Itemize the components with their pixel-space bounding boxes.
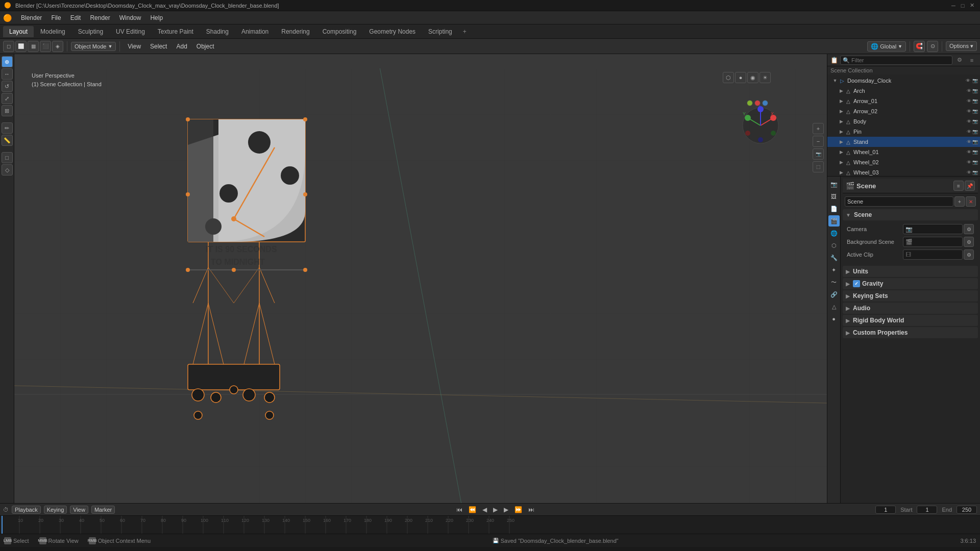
tree-item-stand[interactable]: ▶ △ Stand 👁 📷 <box>827 137 980 147</box>
menu-render[interactable]: Render <box>86 13 114 22</box>
wire-shading-btn[interactable]: ⬡ <box>723 72 734 83</box>
render-icon[interactable]: 📷 <box>972 160 978 165</box>
view-menu[interactable]: View <box>70 506 88 514</box>
clip-options-btn[interactable]: ⚙ <box>964 249 974 260</box>
mode-icon-5[interactable]: ◈ <box>52 41 63 52</box>
prop-data-icon-btn[interactable]: △ <box>828 301 840 312</box>
close-btn[interactable]: ✕ <box>968 2 976 10</box>
render-icon[interactable]: 📷 <box>972 139 978 144</box>
background-scene-value[interactable]: 🎬 <box>903 237 963 247</box>
prop-scene-icon-btn[interactable]: 🎬 <box>828 215 840 227</box>
prop-output-icon-btn[interactable]: 🖼 <box>828 191 840 202</box>
toggle-quad-btn[interactable]: ⬚ <box>813 161 824 172</box>
menu-edit[interactable]: Edit <box>66 13 85 22</box>
menu-add[interactable]: Add <box>172 42 191 51</box>
jump-start-btn[interactable]: ⏮ <box>455 506 464 513</box>
prev-keyframe-btn[interactable]: ⏪ <box>467 506 478 513</box>
prop-particles-icon-btn[interactable]: ✦ <box>828 264 840 276</box>
active-clip-value[interactable]: 🎞 <box>903 249 963 260</box>
expand-arrow-icon[interactable]: ▶ <box>838 148 845 156</box>
camera-value[interactable]: 📷 <box>903 224 963 234</box>
scale-tool[interactable]: ⤢ <box>2 93 13 104</box>
keying-menu[interactable]: Keying <box>44 506 67 514</box>
options-btn[interactable]: Options ▾ <box>946 41 977 51</box>
tab-modeling[interactable]: Modeling <box>34 26 71 37</box>
mode-icon-4[interactable]: ⬛ <box>40 41 51 52</box>
tree-item-arrow02[interactable]: ▶ △ Arrow_02 👁 📷 <box>827 106 980 116</box>
prop-modifier-icon-btn[interactable]: 🔧 <box>828 252 840 263</box>
end-frame-input[interactable] <box>957 506 977 514</box>
jump-end-btn[interactable]: ⏭ <box>527 506 536 513</box>
tab-compositing[interactable]: Compositing <box>316 26 363 37</box>
render-eye-icon[interactable]: 📷 <box>972 78 978 83</box>
expand-arrow-icon[interactable]: ▶ <box>838 97 845 105</box>
tree-item-arrow01[interactable]: ▶ △ Arrow_01 👁 📷 <box>827 96 980 106</box>
rigid-body-world-section-header[interactable]: ▶ Rigid Body World <box>843 315 978 326</box>
camera-options-btn[interactable]: ⚙ <box>964 224 974 234</box>
expand-arrow-icon[interactable]: ▶ <box>838 118 845 125</box>
restrict-icon[interactable]: 👁 <box>967 129 971 134</box>
restrict-icon[interactable]: 👁 <box>967 109 971 114</box>
expand-arrow-icon[interactable]: ▶ <box>838 169 845 176</box>
custom-properties-section-header[interactable]: ▶ Custom Properties <box>843 327 978 338</box>
bg-scene-options-btn[interactable]: ⚙ <box>964 237 974 247</box>
object-mode-dropdown[interactable]: Object Mode ▼ <box>71 42 116 51</box>
tree-item-wheel02[interactable]: ▶ △ Wheel_02 👁 📷 <box>827 157 980 167</box>
menu-window[interactable]: Window <box>115 13 145 22</box>
render-icon[interactable]: 📷 <box>972 149 978 155</box>
minimize-btn[interactable]: ─ <box>949 2 958 10</box>
expand-arrow-icon[interactable]: ▶ <box>838 87 845 94</box>
restrict-icon[interactable]: 👁 <box>966 78 970 83</box>
prop-render-icon-btn[interactable]: 📷 <box>828 179 840 190</box>
rotate-tool[interactable]: ↺ <box>2 81 13 92</box>
prop-world-icon-btn[interactable]: 🌐 <box>828 228 840 239</box>
prop-material-icon-btn[interactable]: ● <box>828 313 840 324</box>
tab-animation[interactable]: Animation <box>235 26 275 37</box>
menu-file[interactable]: File <box>47 13 65 22</box>
restore-btn[interactable]: □ <box>959 2 967 10</box>
render-icon[interactable]: 📷 <box>972 88 978 93</box>
audio-section-header[interactable]: ▶ Audio <box>843 303 978 314</box>
zoom-out-btn[interactable]: − <box>813 136 824 147</box>
mode-icon-1[interactable]: ◻ <box>3 41 14 52</box>
transform-tool[interactable]: ⊞ <box>2 105 13 116</box>
tab-rendering[interactable]: Rendering <box>275 26 315 37</box>
units-section-header[interactable]: ▶ Units <box>843 266 978 277</box>
restrict-icon[interactable]: 👁 <box>967 88 971 93</box>
tree-item-body[interactable]: ▶ △ Body 👁 📷 <box>827 116 980 127</box>
restrict-icon[interactable]: 👁 <box>967 170 971 175</box>
restrict-icon[interactable]: 👁 <box>967 98 971 104</box>
outliner-filter-icon[interactable]: ≡ <box>967 55 977 65</box>
pin-scene-btn[interactable]: 📌 <box>965 181 975 191</box>
scene-name-field[interactable] <box>845 196 953 207</box>
timeline-ruler[interactable]: 10 20 30 40 50 60 70 80 90 100 110 120 1… <box>0 516 980 534</box>
add-cube-tool[interactable]: □ <box>2 152 13 163</box>
marker-menu[interactable]: Marker <box>91 506 115 514</box>
tree-item-arch[interactable]: ▶ △ Arch 👁 📷 <box>827 86 980 96</box>
expand-arrow-icon[interactable]: ▶ <box>838 159 845 166</box>
tab-texture-paint[interactable]: Texture Paint <box>152 26 200 37</box>
new-scene-btn[interactable]: + <box>954 196 965 207</box>
gravity-section-header[interactable]: ▶ ✓ Gravity <box>843 278 978 289</box>
prop-view-layer-icon-btn[interactable]: 📄 <box>828 203 840 214</box>
render-icon[interactable]: 📷 <box>972 109 978 114</box>
render-icon[interactable]: 📷 <box>972 98 978 104</box>
camera-view-btn[interactable]: 📷 <box>813 148 824 160</box>
tree-item-doomsday[interactable]: ▼ ▷ Doomsday_Clock 👁 📷 <box>827 76 980 86</box>
move-tool[interactable]: ↔ <box>2 68 13 80</box>
tab-shading[interactable]: Shading <box>200 26 235 37</box>
add-tool2[interactable]: ◇ <box>2 164 13 176</box>
playback-menu[interactable]: Playback <box>12 506 41 514</box>
measure-tool[interactable]: 📏 <box>2 135 13 146</box>
snap-btn[interactable]: 🧲 <box>914 41 925 52</box>
menu-view[interactable]: View <box>124 42 145 51</box>
next-frame-btn[interactable]: ▶ <box>502 506 510 513</box>
cursor-tool[interactable]: ⊕ <box>2 56 13 67</box>
menu-help[interactable]: Help <box>146 13 167 22</box>
scene-name-input[interactable] <box>847 198 951 205</box>
tab-scripting[interactable]: Scripting <box>422 26 458 37</box>
tab-uv-editing[interactable]: UV Editing <box>110 26 151 37</box>
tab-layout[interactable]: Layout <box>3 26 34 37</box>
expand-arrow-icon[interactable]: ▼ <box>831 77 839 84</box>
menu-blender[interactable]: Blender <box>17 13 46 22</box>
